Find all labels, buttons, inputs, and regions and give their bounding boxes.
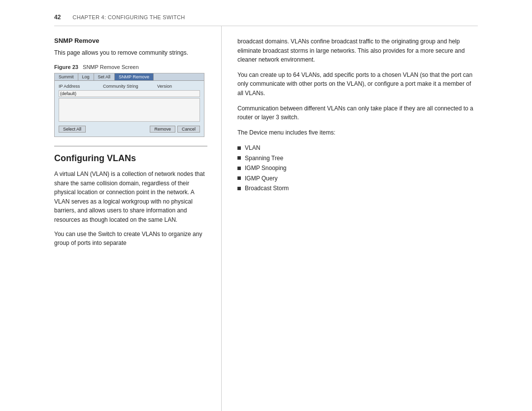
right-column: broadcast domains. VLANs confine broadca…: [222, 26, 478, 411]
snmp-remove-desc: This page allows you to remove community…: [54, 48, 207, 57]
figure-name-text: SNMP Remove Screen: [83, 64, 139, 70]
page-container: 42 Chapter 4: Configuring the Switch SNM…: [0, 0, 532, 411]
right-para1: broadcast domains. VLANs confine broadca…: [237, 37, 478, 65]
bullet-icon: [237, 167, 241, 170]
snmp-remove-section: SNMP Remove This page allows you to remo…: [54, 37, 207, 137]
list-item-igmp-query: IGMP Query: [237, 173, 478, 183]
bullet-icon: [237, 146, 241, 150]
select-all-button[interactable]: Select All: [59, 126, 86, 133]
configuring-vlans-section: Configuring VLANs A virtual LAN (VLAN) i…: [54, 153, 207, 248]
snmp-screen: Summit Log Set All SNMP Remove IP Addres…: [54, 73, 204, 137]
left-column: SNMP Remove This page allows you to remo…: [54, 26, 222, 411]
section-divider: [54, 146, 207, 146]
list-item-broadcast-storm: Broadcast Storm: [237, 183, 478, 193]
snmp-action-buttons: Remove Cancel: [150, 126, 200, 133]
snmp-remove-title: SNMP Remove: [54, 37, 207, 44]
figure-caption: Figure 23 SNMP Remove Screen: [54, 64, 207, 70]
remove-button[interactable]: Remove: [150, 126, 175, 133]
cancel-button[interactable]: Cancel: [177, 126, 200, 133]
bullet-icon: [237, 156, 241, 160]
snmp-empty-area: [59, 98, 200, 122]
list-item-spanning-tree-label: Spanning Tree: [245, 153, 283, 163]
tab-summit[interactable]: Summit: [55, 73, 78, 80]
col-ip-address: IP Address: [59, 84, 103, 89]
right-list-intro: The Device menu includes five items:: [237, 128, 478, 137]
tab-set-all[interactable]: Set All: [94, 73, 115, 80]
col-version: Version: [157, 84, 187, 89]
list-item-igmp-query-label: IGMP Query: [245, 173, 277, 183]
chapter-title: Chapter 4: Configuring the Switch: [72, 14, 185, 20]
snmp-screen-tabs: Summit Log Set All SNMP Remove: [55, 73, 204, 81]
col-community-string: Community String: [103, 84, 157, 89]
right-para2: You can create up to 64 VLANs, add speci…: [237, 70, 478, 98]
tab-log[interactable]: Log: [78, 73, 94, 80]
list-item-igmp-snooping: IGMP Snooping: [237, 163, 478, 173]
page-number: 42: [54, 14, 61, 21]
figure-name: [80, 64, 81, 70]
vlans-section-title: Configuring VLANs: [54, 153, 207, 164]
vlans-para1: A virtual LAN (VLAN) is a collection of …: [54, 170, 207, 225]
bullet-icon: [237, 176, 241, 180]
page-header: 42 Chapter 4: Configuring the Switch: [0, 0, 532, 26]
list-item-vlan: VLAN: [237, 143, 478, 153]
bullet-icon: [237, 187, 241, 190]
tab-snmp-remove[interactable]: SNMP Remove: [115, 73, 154, 80]
snmp-screen-body: IP Address Community String Version (def…: [55, 81, 204, 137]
row-ip: (default): [60, 91, 104, 96]
list-item-vlan-label: VLAN: [245, 143, 260, 153]
row-cs: [104, 91, 159, 96]
list-item-igmp-snooping-label: IGMP Snooping: [245, 163, 287, 173]
vlans-para2: You can use the Switch to create VLANs t…: [54, 230, 207, 248]
snmp-table-header: IP Address Community String Version: [59, 84, 200, 89]
snmp-buttons: Select All Remove Cancel: [59, 125, 200, 134]
list-item-broadcast-storm-label: Broadcast Storm: [245, 183, 289, 193]
list-item-spanning-tree: Spanning Tree: [237, 153, 478, 163]
two-col-layout: SNMP Remove This page allows you to remo…: [0, 26, 532, 411]
snmp-table-row: (default): [59, 90, 200, 97]
figure-label: Figure 23: [54, 64, 78, 70]
device-menu-list: VLAN Spanning Tree IGMP Snooping IGMP Qu…: [237, 143, 478, 193]
right-para3: Communication between different VLANs ca…: [237, 104, 478, 122]
row-ver: [159, 91, 188, 96]
